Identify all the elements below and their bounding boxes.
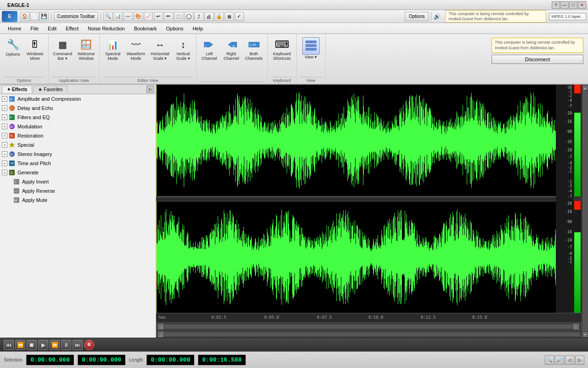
both-channels-btn[interactable]: L+R BothChannels xyxy=(243,36,265,63)
undo-icon[interactable]: ↩ xyxy=(154,12,163,21)
scroll-right-btn[interactable]: ▷ xyxy=(573,324,579,329)
menubar: Home File Edit Effect Noise Reduction Bo… xyxy=(0,23,588,34)
disconnect-btn[interactable]: Disconnect xyxy=(492,55,583,64)
time-display-1: 0:00:00.000 xyxy=(26,355,74,365)
remote-msg-ribbon: This computer is being remote controlled… xyxy=(492,38,583,53)
effect-item-time-pitch[interactable]: + TP Time and Pitch xyxy=(0,159,156,168)
effect-item-stereo[interactable]: + SI Stereo Imagery xyxy=(0,150,156,159)
mpeg-title: MPEG 1.0 layer... xyxy=(549,13,586,20)
effect-item-filters[interactable]: + F Filters and EQ xyxy=(0,113,156,122)
horizontal-scale-btn[interactable]: ↔ HorizontalScale ▾ xyxy=(149,36,171,63)
scrollbar-down-btn[interactable]: ▼ xyxy=(583,332,588,337)
svg-text:↔: ↔ xyxy=(14,189,18,193)
toolbar-icon-1[interactable]: 🏠 xyxy=(20,12,29,21)
waveform-canvas-bottom[interactable] xyxy=(156,201,556,313)
spectral-mode-btn[interactable]: 📊 SpectralMode xyxy=(102,36,123,63)
zoom-icon[interactable]: 🔍 xyxy=(103,12,113,21)
ribbon-group-appview: ▦ CommandBar ▾ 🪟 WelcomeWindow Applicati… xyxy=(49,34,100,84)
scroll-up-btn[interactable]: △ xyxy=(158,332,164,337)
scrollbar-track[interactable] xyxy=(583,91,588,331)
help-btn[interactable]: ? xyxy=(552,1,560,9)
zoom-in-h-btn[interactable]: 🔍 xyxy=(545,356,554,365)
chart-icon[interactable]: 📈 xyxy=(144,12,153,21)
effect-item-restoration[interactable]: + R Restoration xyxy=(0,131,156,140)
eraser-icon[interactable]: ◯ xyxy=(184,12,193,21)
transport-fast-forward[interactable]: ⏩ xyxy=(50,340,60,350)
svg-text:G: G xyxy=(10,171,13,175)
scrollbar-up-btn[interactable]: ▲ xyxy=(583,86,588,90)
menu-effect[interactable]: Effect xyxy=(62,24,83,33)
transport-skip-start[interactable]: ⏮ xyxy=(4,340,14,350)
export-icon[interactable]: ⤴ xyxy=(194,12,204,21)
print-icon[interactable]: 🖨 xyxy=(204,12,214,21)
toolbar-icons: 🏠 📄 💾 xyxy=(20,12,49,21)
right-scrollbar[interactable]: ▲ ▼ xyxy=(582,85,588,338)
vu-meter xyxy=(573,85,582,313)
transport-pause[interactable]: ⏸ xyxy=(61,340,71,350)
ribbon-group-keyboard: ⌨ KeyboardShortcuts Keyboard xyxy=(268,34,297,84)
channel-separator xyxy=(156,197,556,201)
tab-favorites[interactable]: ★ Favorites xyxy=(33,86,68,93)
menu-noise-reduction[interactable]: Noise Reduction xyxy=(84,24,129,33)
command-bar-btn[interactable]: ▦ CommandBar ▾ xyxy=(51,36,74,63)
effect-item-delay-echo[interactable]: + D Delay and Echo xyxy=(0,104,156,113)
effect-subitem-apply-mute[interactable]: M Apply Mute xyxy=(0,196,156,205)
menu-file[interactable]: File xyxy=(26,24,43,33)
transport-record[interactable]: R xyxy=(84,340,94,350)
pencil-icon[interactable]: ✏ xyxy=(164,12,173,21)
keyboard-shortcuts-btn[interactable]: ⌨ KeyboardShortcuts xyxy=(271,36,294,63)
menu-help[interactable]: Help xyxy=(188,24,207,33)
svg-marker-4 xyxy=(228,42,232,47)
transport-play[interactable]: ▶ xyxy=(38,340,48,350)
monitor-icon[interactable]: 🖥 xyxy=(225,12,234,21)
effect-item-special[interactable]: + Special xyxy=(0,140,156,150)
windows-mixer-btn[interactable]: 🎚 WindowsMixer xyxy=(25,36,45,63)
vertical-scale-btn[interactable]: ↕ VerticalScale ▾ xyxy=(173,36,193,63)
right-channel-btn[interactable]: R RightChannel xyxy=(221,36,242,63)
close-btn[interactable]: ✕ xyxy=(578,1,586,9)
menu-bookmark[interactable]: Bookmark xyxy=(130,24,161,33)
select-icon[interactable]: ⬚ xyxy=(174,12,183,21)
waveform-canvas-top[interactable] xyxy=(156,85,556,196)
scroll-left-btn[interactable]: ◁ xyxy=(158,324,164,329)
scroll-track-h[interactable] xyxy=(164,325,572,328)
transport-skip-end[interactable]: ⏭ xyxy=(73,340,83,350)
scroll-track-v[interactable] xyxy=(164,333,580,336)
waveform-display[interactable] xyxy=(156,85,556,313)
waveform-mode-btn[interactable]: 〰 WaveformMode xyxy=(124,36,147,63)
waveform-top-channel xyxy=(156,85,556,197)
menu-edit[interactable]: Edit xyxy=(44,24,61,33)
zoom-out-h-btn[interactable]: 🔎 xyxy=(555,356,564,365)
toolbar-icon-2[interactable]: 📄 xyxy=(30,12,39,21)
maximize-btn[interactable]: □ xyxy=(569,1,577,9)
toolbar-icon-save[interactable]: 💾 xyxy=(40,12,49,21)
zoom-out-v-btn[interactable]: ▷ xyxy=(575,356,584,365)
menu-options[interactable]: Options xyxy=(162,24,187,33)
options-toolbar-btn[interactable]: Options xyxy=(405,12,429,21)
tab-effects[interactable]: ✦ Effects xyxy=(2,86,32,93)
timeline-ruler: hms 0:02.5 0:05.0 0:07.5 0:10.0 0:12.5 0… xyxy=(156,313,582,322)
transport-stop[interactable]: ⏹ xyxy=(27,340,37,350)
time-display-3: 0:00:00.000 xyxy=(147,355,194,365)
main-toolbar: E 🏠 📄 💾 Customize Toolbar 🔍 📊 〰 🎨 📈 ↩ ✏ … xyxy=(0,10,588,23)
lock-icon[interactable]: 🔒 xyxy=(215,12,224,21)
effect-subitem-apply-reverse[interactable]: ↔ Apply Reverse xyxy=(0,186,156,196)
effect-item-amplitude[interactable]: + A Amplitude and Compression xyxy=(0,94,156,104)
spectral-icon[interactable]: 〰 xyxy=(124,12,133,21)
palette-icon[interactable]: 🎨 xyxy=(134,12,143,21)
waveform-icon[interactable]: 📊 xyxy=(113,12,123,21)
view-btn[interactable]: View ▾ xyxy=(300,36,322,61)
effect-item-modulation[interactable]: + M Modulation xyxy=(0,122,156,131)
menu-home[interactable]: Home xyxy=(4,24,25,33)
zoom-in-v-btn[interactable]: ◁ xyxy=(565,356,574,365)
minimize-btn[interactable]: — xyxy=(560,1,569,9)
left-channel-btn[interactable]: L LeftChannel xyxy=(199,36,220,63)
check-icon[interactable]: ✓ xyxy=(235,12,244,21)
effects-expand-btn[interactable]: ▷ xyxy=(147,86,154,93)
transport-rewind[interactable]: ⏪ xyxy=(15,340,25,350)
customize-toolbar-btn[interactable]: Customize Toolbar xyxy=(54,12,98,21)
effect-item-generate[interactable]: + G Generate xyxy=(0,168,156,177)
options-btn[interactable]: 🔧 Options xyxy=(3,36,23,58)
welcome-window-btn[interactable]: 🪟 WelcomeWindow xyxy=(76,36,96,63)
effect-subitem-apply-invert[interactable]: ↕ Apply Invert xyxy=(0,177,156,186)
